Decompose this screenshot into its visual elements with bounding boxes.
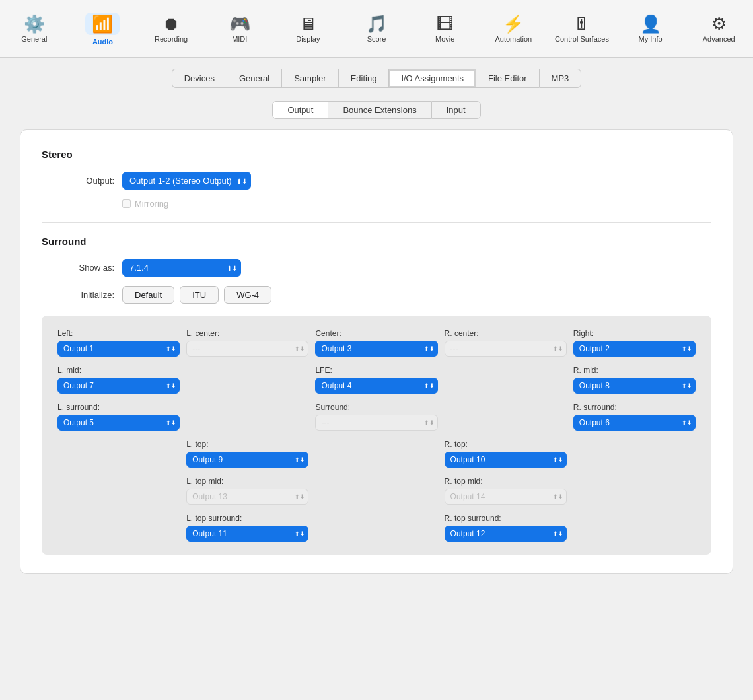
tab-sampler[interactable]: Sampler xyxy=(281,69,338,88)
init-itu-button[interactable]: ITU xyxy=(180,286,219,304)
channel-left: Left: Output 1 xyxy=(57,329,180,357)
l-center-select[interactable]: --- xyxy=(186,341,308,357)
empty-cell-13 xyxy=(573,514,696,542)
r-top-label: R. top: xyxy=(445,440,567,449)
init-default-button[interactable]: Default xyxy=(122,286,174,304)
nav-item-display[interactable]: 🖥 Display xyxy=(274,11,343,47)
nav-item-score[interactable]: 🎵 Score xyxy=(342,11,411,47)
r-top-surround-select[interactable]: Output 12 xyxy=(445,526,567,542)
channel-l-top: L. top: Output 9 xyxy=(186,440,308,468)
r-surround-select[interactable]: Output 6 xyxy=(573,415,696,431)
show-as-label: Show as: xyxy=(42,263,114,273)
stereo-output-select[interactable]: Output 1-2 (Stereo Output) xyxy=(122,172,251,190)
lfe-select[interactable]: Output 4 xyxy=(315,378,437,394)
init-buttons: Default ITU WG-4 xyxy=(122,286,271,304)
audio-icon: 📶 xyxy=(92,14,113,34)
r-top-mid-select-wrapper: Output 14 xyxy=(445,489,567,505)
tab-io-assignments[interactable]: I/O Assignments xyxy=(388,69,476,88)
empty-cell-4 xyxy=(445,403,567,431)
nav-item-advanced[interactable]: ⚙ Advanced xyxy=(684,11,753,47)
person-icon: 👤 xyxy=(640,15,661,32)
tab-file-editor[interactable]: File Editor xyxy=(476,69,539,88)
center-label: Center: xyxy=(315,329,437,338)
nav-item-general[interactable]: ⚙️ General xyxy=(0,11,69,47)
nav-item-control-surfaces[interactable]: 🎚 Control Surfaces xyxy=(548,11,616,47)
left-select[interactable]: Output 1 xyxy=(57,341,180,357)
right-select[interactable]: Output 2 xyxy=(573,341,696,357)
nav-item-audio[interactable]: 📶 Audio xyxy=(69,9,137,50)
channel-l-surround: L. surround: Output 5 xyxy=(57,403,180,431)
nav-label-movie: Movie xyxy=(435,35,454,43)
surround-label: Surround: xyxy=(315,403,437,412)
record-icon: ⏺ xyxy=(162,15,180,32)
r-mid-select[interactable]: Output 8 xyxy=(573,378,696,394)
channel-center: Center: Output 3 xyxy=(315,329,437,357)
nav-item-automation[interactable]: ⚡ Automation xyxy=(479,11,548,47)
gear-icon: ⚙️ xyxy=(24,15,45,32)
empty-cell-2 xyxy=(445,366,567,394)
top-nav: ⚙️ General 📶 Audio ⏺ Recording 🎮 MIDI 🖥 … xyxy=(0,0,753,58)
lfe-label: LFE: xyxy=(315,366,437,375)
show-as-select-wrapper: 7.1.4 xyxy=(122,259,241,277)
section-divider xyxy=(42,222,711,223)
l-top-surround-select[interactable]: Output 11 xyxy=(186,526,308,542)
r-surround-label: R. surround: xyxy=(573,403,696,412)
r-center-label: R. center: xyxy=(445,329,567,338)
right-select-wrapper: Output 2 xyxy=(573,341,696,357)
l-top-surround-select-wrapper: Output 11 xyxy=(186,526,308,542)
advanced-icon: ⚙ xyxy=(711,15,727,32)
l-top-label: L. top: xyxy=(186,440,308,449)
left-select-wrapper: Output 1 xyxy=(57,341,180,357)
nav-label-audio: Audio xyxy=(92,38,113,46)
r-center-select[interactable]: --- xyxy=(445,341,567,357)
center-select[interactable]: Output 3 xyxy=(315,341,437,357)
l-top-mid-label: L. top mid: xyxy=(186,477,308,486)
right-label: Right: xyxy=(573,329,696,338)
tab-devices[interactable]: Devices xyxy=(172,69,227,88)
tab-editing[interactable]: Editing xyxy=(338,69,389,88)
l-top-surround-label: L. top surround: xyxy=(186,514,308,523)
channel-r-top: R. top: Output 10 xyxy=(445,440,567,468)
r-top-mid-select[interactable]: Output 14 xyxy=(445,489,567,505)
mirroring-checkbox[interactable] xyxy=(122,199,131,208)
r-top-surround-label: R. top surround: xyxy=(445,514,567,523)
surround-select[interactable]: --- xyxy=(315,415,437,431)
control-surfaces-icon: 🎚 xyxy=(573,15,591,32)
l-center-label: L. center: xyxy=(186,329,308,338)
automation-icon: ⚡ xyxy=(503,15,524,32)
empty-cell-12 xyxy=(315,514,437,542)
l-top-mid-select[interactable]: Output 13 xyxy=(186,489,308,505)
nav-item-midi[interactable]: 🎮 MIDI xyxy=(205,11,274,47)
channel-r-top-mid: R. top mid: Output 14 xyxy=(445,477,567,505)
score-icon: 🎵 xyxy=(366,15,387,32)
l-surround-select-wrapper: Output 5 xyxy=(57,415,180,431)
l-top-select[interactable]: Output 9 xyxy=(186,452,308,468)
movie-icon: 🎞 xyxy=(437,15,454,32)
surround-channels-box: Left: Output 1 L. center: --- xyxy=(42,316,711,555)
nav-item-movie[interactable]: 🎞 Movie xyxy=(411,11,480,47)
nav-item-recording[interactable]: ⏺ Recording xyxy=(137,11,205,47)
empty-cell-11 xyxy=(57,514,180,542)
channel-l-top-surround: L. top surround: Output 11 xyxy=(186,514,308,542)
initialize-row: Initialize: Default ITU WG-4 xyxy=(42,286,711,304)
nav-label-general: General xyxy=(21,35,47,43)
nav-label-control-surfaces: Control Surfaces xyxy=(555,35,609,43)
init-wg4-button[interactable]: WG-4 xyxy=(224,286,271,304)
subtab-bounce-extensions[interactable]: Bounce Extensions xyxy=(328,101,431,119)
channel-l-mid: L. mid: Output 7 xyxy=(57,366,180,394)
tab-mp3[interactable]: MP3 xyxy=(539,69,582,88)
nav-item-my-info[interactable]: 👤 My Info xyxy=(616,11,685,47)
empty-cell-1 xyxy=(186,366,308,394)
subtab-input[interactable]: Input xyxy=(431,101,481,119)
show-as-select[interactable]: 7.1.4 xyxy=(122,259,241,277)
l-surround-select[interactable]: Output 5 xyxy=(57,415,180,431)
tab-general[interactable]: General xyxy=(227,69,281,88)
nav-label-advanced: Advanced xyxy=(703,35,735,43)
l-mid-select-wrapper: Output 7 xyxy=(57,378,180,394)
channel-lfe: LFE: Output 4 xyxy=(315,366,437,394)
stereo-output-label: Output: xyxy=(42,176,114,186)
l-mid-select[interactable]: Output 7 xyxy=(57,378,180,394)
subtabs-bar: Output Bounce Extensions Input xyxy=(0,96,753,119)
subtab-output[interactable]: Output xyxy=(272,101,328,119)
r-top-select[interactable]: Output 10 xyxy=(445,452,567,468)
